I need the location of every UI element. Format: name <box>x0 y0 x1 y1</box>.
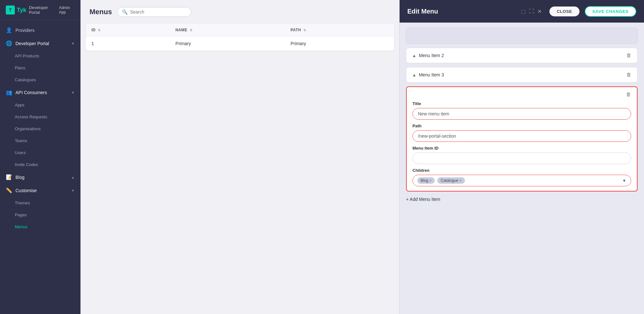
api-consumers-icon: 👥 <box>6 89 12 95</box>
close-icon[interactable]: ✕ <box>537 8 542 15</box>
sidebar-item-teams[interactable]: Teams <box>0 135 80 147</box>
sidebar-item-label: API Consumers <box>15 90 47 95</box>
chevron-down-icon: ▼ <box>71 189 75 192</box>
path-input[interactable] <box>412 130 631 142</box>
path-field-group: Path <box>412 123 631 142</box>
sidebar-item-api-products[interactable]: API Products <box>0 50 80 62</box>
sort-icon: ⇅ <box>303 28 306 32</box>
menu-item-id-input[interactable] <box>412 152 631 164</box>
sort-icon: ⇅ <box>98 28 100 32</box>
sidebar-item-plans[interactable]: Plans <box>0 62 80 74</box>
sidebar-item-label: Developer Portal <box>15 41 49 46</box>
save-changes-button[interactable]: SAVE CHANGES <box>585 6 636 17</box>
sidebar-item-invite-codes[interactable]: Invite Codes <box>0 159 80 171</box>
tag-blog-label: Blog <box>421 178 428 183</box>
title-label: Title <box>412 101 631 106</box>
sort-icon: ⇅ <box>190 28 192 32</box>
sidebar-item-apps[interactable]: Apps <box>0 99 80 111</box>
sidebar-item-catalogues[interactable]: Catalogues <box>0 74 80 86</box>
col-header-name[interactable]: NAME ⇅ <box>170 24 285 36</box>
children-field-group: Children Blog × Catalogue × ▼ <box>412 168 631 186</box>
tag-catalogue-close[interactable]: × <box>459 179 461 182</box>
sidebar-item-label: Invite Codes <box>15 162 38 167</box>
page-title: Menus <box>90 8 112 16</box>
sidebar-item-api-consumers[interactable]: 👥 API Consumers ▼ <box>0 86 80 99</box>
sidebar-item-label: Plans <box>15 65 25 70</box>
edit-panel-header: Edit Menu ⬚ ⛶ ✕ CLOSE SAVE CHANGES <box>400 0 644 23</box>
sidebar-item-label: Customise <box>15 188 37 193</box>
sidebar: T Tyk Developer Portal Admin App 👤 Provi… <box>0 0 80 314</box>
sidebar-item-users[interactable]: Users <box>0 147 80 159</box>
tag-catalogue: Catalogue × <box>437 177 465 184</box>
menu-item-3-left: ▲ Menu Item 3 <box>412 72 444 77</box>
close-button[interactable]: CLOSE <box>549 6 579 16</box>
active-menu-item-header: 🗑 <box>412 92 631 97</box>
menu-item-2-label: Menu Item 2 <box>419 53 444 58</box>
sidebar-header: T Tyk Developer Portal Admin App <box>0 0 80 20</box>
menus-header: Menus 🔍 <box>80 0 399 24</box>
delete-menu-item-3-icon[interactable]: 🗑 <box>626 72 631 78</box>
sidebar-item-label: Catalogues <box>15 77 36 82</box>
cell-id: 1 <box>86 36 170 51</box>
children-input[interactable]: Blog × Catalogue × ▼ <box>412 175 631 186</box>
path-label: Path <box>412 123 631 128</box>
sidebar-item-label: Teams <box>15 138 27 143</box>
search-input[interactable] <box>130 9 186 15</box>
cell-name: Primary <box>170 36 285 51</box>
add-menu-item-button[interactable]: + Add Menu Item <box>406 195 638 203</box>
edit-panel-actions: ⬚ ⛶ ✕ CLOSE SAVE CHANGES <box>521 6 636 17</box>
children-label: Children <box>412 168 631 173</box>
sidebar-item-label: Blog <box>15 175 24 180</box>
delete-active-menu-item-icon[interactable]: 🗑 <box>626 92 631 97</box>
chevron-up-icon: ▲ <box>412 73 416 77</box>
col-header-path[interactable]: PATH ⇅ <box>285 24 394 36</box>
search-icon: 🔍 <box>122 9 128 15</box>
sidebar-item-customise[interactable]: ✏️ Customise ▼ <box>0 184 80 197</box>
menu-item-2-card[interactable]: ▲ Menu Item 2 🗑 <box>406 48 638 63</box>
menu-item-3-label: Menu Item 3 <box>419 72 444 77</box>
tag-catalogue-label: Catalogue <box>440 178 458 183</box>
sidebar-item-themes[interactable]: Themes <box>0 197 80 209</box>
menu-item-id-field-group: Menu Item ID <box>412 146 631 164</box>
developer-portal-icon: 🌐 <box>6 40 12 46</box>
sidebar-item-label: Menus <box>15 224 27 229</box>
sidebar-item-label: Access Requests <box>15 114 47 119</box>
sidebar-item-providers[interactable]: 👤 Providers <box>0 24 80 37</box>
tyk-logo: T Tyk <box>6 5 26 15</box>
title-field-group: Title <box>412 101 631 120</box>
table-row[interactable]: 1 Primary Primary <box>86 36 394 51</box>
add-menu-item-label: + Add Menu Item <box>406 197 440 202</box>
delete-menu-item-2-icon[interactable]: 🗑 <box>626 53 631 58</box>
sidebar-item-label: Apps <box>15 103 24 107</box>
sidebar-item-blog[interactable]: 📝 Blog ▲ <box>0 171 80 184</box>
edit-panel-title: Edit Menu <box>407 8 438 15</box>
chevron-up-icon: ▲ <box>71 175 75 179</box>
sidebar-item-developer-portal[interactable]: 🌐 Developer Portal ▼ <box>0 37 80 50</box>
tag-blog: Blog × <box>417 177 435 184</box>
col-header-id[interactable]: ID ⇅ <box>86 24 170 36</box>
tag-blog-close[interactable]: × <box>430 179 431 182</box>
sidebar-item-label: Themes <box>15 201 30 205</box>
sidebar-item-label: Providers <box>15 28 34 33</box>
menu-item-3-card[interactable]: ▲ Menu Item 3 🗑 <box>406 67 638 83</box>
tyk-logo-text: Tyk <box>17 7 26 14</box>
menu-item-2-left: ▲ Menu Item 2 <box>412 53 444 58</box>
edit-panel: Edit Menu ⬚ ⛶ ✕ CLOSE SAVE CHANGES ▲ Men… <box>399 0 644 314</box>
cell-path: Primary <box>285 36 394 51</box>
sidebar-nav: 👤 Providers 🌐 Developer Portal ▼ API Pro… <box>0 20 80 314</box>
main-area: Menus 🔍 ID ⇅ NAME ⇅ <box>80 0 399 314</box>
edit-panel-body: ▲ Menu Item 2 🗑 ▲ Menu Item 3 🗑 🗑 Title <box>400 23 644 314</box>
external-link-icon[interactable]: ⬚ <box>521 8 526 15</box>
sidebar-item-pages[interactable]: Pages <box>0 209 80 221</box>
chevron-up-icon: ▲ <box>412 53 416 58</box>
maximize-icon[interactable]: ⛶ <box>529 8 534 15</box>
menu-item-top-spacer <box>406 28 638 44</box>
sidebar-item-access-requests[interactable]: Access Requests <box>0 111 80 123</box>
title-input[interactable] <box>412 108 631 120</box>
sidebar-item-menus[interactable]: Menus <box>0 221 80 233</box>
sidebar-item-organisations[interactable]: Organisations <box>0 123 80 135</box>
search-box[interactable]: 🔍 <box>117 7 191 17</box>
sidebar-item-label: API Products <box>15 54 39 58</box>
menu-item-id-label: Menu Item ID <box>412 146 631 151</box>
customise-icon: ✏️ <box>6 187 12 193</box>
